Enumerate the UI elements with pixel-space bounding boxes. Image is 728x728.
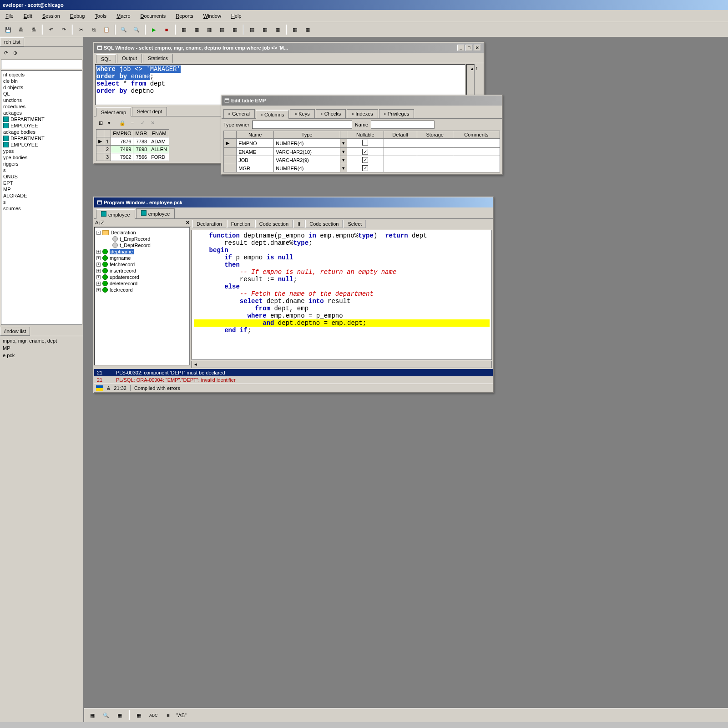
tree-item[interactable]: nt objects: [2, 71, 81, 78]
tree-item[interactable]: EMPLOYEE: [2, 122, 81, 129]
type-owner-input[interactable]: [252, 121, 352, 129]
et-tab-privileges[interactable]: ▫Privileges: [379, 109, 415, 118]
nullable-checkbox[interactable]: ✓: [362, 165, 368, 171]
paste-icon[interactable]: 📋: [101, 24, 112, 35]
tree-item[interactable]: d objects: [2, 84, 81, 91]
expand-icon[interactable]: +: [96, 250, 101, 254]
tree-node[interactable]: +deleterecord: [96, 280, 187, 287]
et-tab-general[interactable]: ▫General: [223, 109, 255, 118]
tree-item[interactable]: DEPARTMENT: [2, 116, 81, 122]
find-icon[interactable]: 🔍: [101, 710, 111, 721]
window-list-item[interactable]: e.pck: [1, 352, 82, 359]
tree-item[interactable]: ackages: [2, 110, 81, 116]
expand-icon[interactable]: -: [96, 231, 101, 235]
expand-icon[interactable]: +: [96, 269, 101, 273]
cancel-icon[interactable]: ✕: [148, 118, 157, 127]
error-row[interactable]: 21PLS-00302: component 'DEPT' must be de…: [94, 369, 493, 376]
tile-icon[interactable]: ▦: [302, 24, 313, 35]
tree-node[interactable]: -Declaration: [96, 229, 187, 236]
result-tab[interactable]: Select dept: [132, 107, 167, 116]
code-editor[interactable]: function deptname(p_empno in emp.empno%t…: [192, 230, 492, 360]
result-tab[interactable]: Select emp: [96, 107, 131, 116]
tree-node[interactable]: t_EmpRecord: [96, 236, 187, 242]
tree-item[interactable]: rocedures: [2, 103, 81, 110]
window-list-item[interactable]: MP: [1, 344, 82, 352]
tree-node[interactable]: +updaterecord: [96, 274, 187, 280]
expand-icon[interactable]: +: [96, 288, 101, 292]
bt-icon[interactable]: ▦: [133, 710, 144, 721]
et-tab-indexes[interactable]: ▫Indexes: [347, 109, 378, 118]
tb-icon[interactable]: ▦: [247, 24, 258, 35]
redo-icon[interactable]: ↷: [58, 24, 69, 35]
tree-item[interactable]: ackage bodies: [2, 129, 81, 135]
expand-icon[interactable]: +: [96, 263, 101, 267]
grid-btn-icon[interactable]: ⊞: [96, 118, 105, 127]
tb-icon[interactable]: ▦: [272, 24, 283, 35]
expand-icon[interactable]: ⊕: [11, 49, 19, 57]
tree-item[interactable]: ALGRADE: [2, 192, 81, 199]
refresh-icon[interactable]: ⟳: [2, 49, 10, 57]
tree-item[interactable]: QL: [2, 91, 81, 97]
tb-icon[interactable]: ▦: [204, 24, 215, 35]
cascade-icon[interactable]: ▦: [289, 24, 300, 35]
minus-icon[interactable]: −: [128, 118, 137, 127]
tree-node[interactable]: +insertrecord: [96, 268, 187, 274]
et-tab-columns[interactable]: ▫Columns: [256, 110, 289, 119]
find-next-icon[interactable]: 🔍: [131, 24, 142, 35]
print-icon[interactable]: 🖶: [15, 24, 26, 35]
tree-item[interactable]: MP: [2, 186, 81, 192]
menu-session[interactable]: Session: [38, 12, 65, 20]
sql-tab-output[interactable]: Output: [117, 54, 142, 63]
tree-item[interactable]: EMPLOYEE: [2, 142, 81, 148]
expand-icon[interactable]: +: [96, 256, 101, 260]
search-list-tab[interactable]: rch List: [0, 37, 24, 46]
tree-node[interactable]: +deptname: [96, 248, 187, 255]
bt-icon[interactable]: ▦: [87, 710, 98, 721]
search-input[interactable]: [1, 60, 82, 69]
menu-edit[interactable]: Edit: [19, 12, 37, 20]
result-grid[interactable]: EMPNOMGRENAM▶178767788ADAM274997698ALLEN…: [96, 129, 169, 161]
nullable-checkbox[interactable]: [362, 140, 368, 146]
tree-item[interactable]: s: [2, 199, 81, 205]
tree-item[interactable]: EPT: [2, 180, 81, 186]
et-tab-keys[interactable]: ▫Keys: [290, 109, 314, 118]
sort-icon[interactable]: A↓Z: [95, 220, 104, 226]
tb-icon[interactable]: ▦: [259, 24, 270, 35]
tree-item[interactable]: cle bin: [2, 78, 81, 84]
undo-icon[interactable]: ↶: [46, 24, 56, 35]
copy-icon[interactable]: ⎘: [88, 24, 99, 35]
columns-grid[interactable]: NameTypeNullableDefaultStorageComments▶E…: [223, 131, 500, 172]
nullable-checkbox[interactable]: ✓: [362, 157, 368, 163]
window-list-tab[interactable]: /indow list: [0, 327, 30, 336]
menu-macro[interactable]: Macro: [112, 12, 135, 20]
nullable-checkbox[interactable]: ✓: [362, 149, 368, 155]
tb-icon[interactable]: ▦: [191, 24, 202, 35]
nav-code-section[interactable]: Code section: [255, 220, 293, 228]
tree-item[interactable]: unctions: [2, 97, 81, 103]
code-tree[interactable]: -Declarationt_EmpRecordt_DeptRecord+dept…: [94, 227, 190, 365]
tb-icon[interactable]: ▦: [178, 24, 189, 35]
sql-tab-statistics[interactable]: Statistics: [143, 54, 173, 63]
tree-item[interactable]: sources: [2, 205, 81, 212]
lock-icon[interactable]: 🔒: [118, 118, 127, 127]
tree-item[interactable]: ONUS: [2, 173, 81, 180]
et-tab-checks[interactable]: ▫Checks: [316, 109, 346, 118]
bt-abc-icon[interactable]: ABC: [147, 710, 160, 721]
cut-icon[interactable]: ✂: [76, 24, 86, 35]
check-icon[interactable]: ✓: [138, 118, 147, 127]
menu-window[interactable]: Window: [199, 12, 226, 20]
name-input[interactable]: [371, 121, 435, 129]
menu-reports[interactable]: Reports: [171, 12, 198, 20]
sql-tab-sql[interactable]: SQL: [96, 54, 116, 63]
pkg-tab[interactable]: employee: [136, 208, 175, 218]
tree-node[interactable]: +mgrname: [96, 255, 187, 261]
nav-code-section[interactable]: Code section: [305, 220, 343, 228]
bt-icon[interactable]: ▦: [114, 710, 125, 721]
expand-icon[interactable]: +: [96, 275, 101, 279]
tree-item[interactable]: ypes: [2, 148, 81, 154]
pkg-tab[interactable]: employee: [96, 209, 135, 219]
close-button[interactable]: ✕: [474, 45, 481, 51]
scroll-left-icon[interactable]: ◂: [192, 361, 199, 368]
window-list-item[interactable]: mpno, mgr, ename, dept: [1, 337, 82, 344]
find-icon[interactable]: 🔍: [118, 24, 129, 35]
